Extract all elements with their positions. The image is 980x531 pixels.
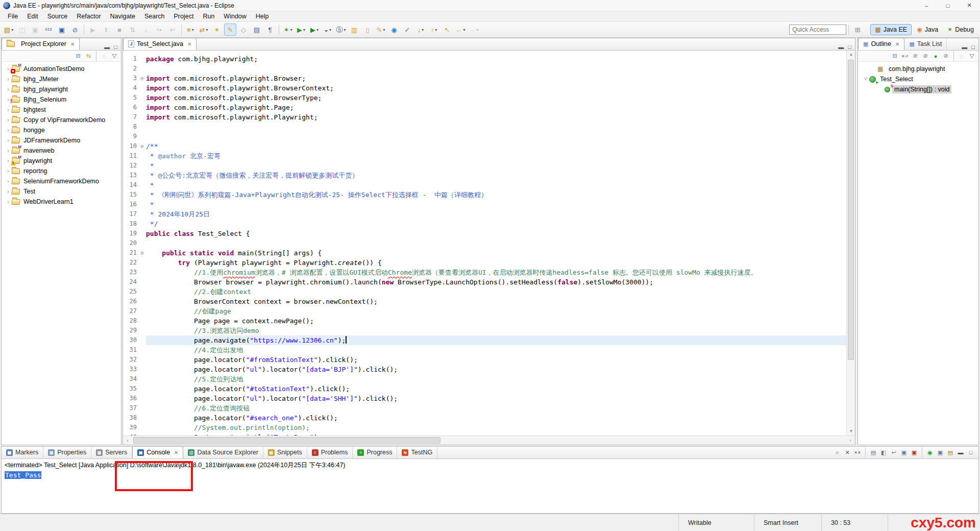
- scroll-down-icon[interactable]: ▼: [847, 427, 855, 436]
- run-button[interactable]: ▶▾: [295, 23, 307, 36]
- suspend-button[interactable]: ‖: [100, 23, 112, 36]
- expand-chevron-icon[interactable]: ›: [5, 86, 12, 93]
- horizontal-scrollbar[interactable]: ‹ ›: [123, 436, 855, 445]
- hide-local-types-button[interactable]: ⊘: [941, 52, 950, 61]
- expand-chevron-icon[interactable]: ›: [5, 178, 12, 185]
- outline-node-com-bjhg-playwright[interactable]: ▦com.bjhg.playwright: [858, 64, 978, 74]
- vertical-scroll-thumb[interactable]: [848, 60, 854, 360]
- minimize-view-button[interactable]: ▬: [956, 448, 965, 457]
- menu-navigate[interactable]: Navigate: [106, 12, 140, 21]
- minimize-view-icon[interactable]: ▬: [838, 44, 844, 50]
- maximize-view-button[interactable]: □: [966, 448, 975, 457]
- run-last-tool-button[interactable]: ≡▾: [184, 23, 197, 36]
- clear-console-button[interactable]: ▤: [869, 448, 878, 457]
- expand-chevron-icon[interactable]: ›: [5, 116, 12, 124]
- new-task-button[interactable]: ✶: [211, 23, 223, 36]
- step-into-button[interactable]: ↓: [140, 23, 152, 36]
- close-icon[interactable]: ✕: [174, 450, 178, 455]
- hide-fields-button[interactable]: ⊘: [911, 52, 920, 61]
- export-button[interactable]: ↑▾: [428, 23, 440, 36]
- expand-chevron-icon[interactable]: ›: [5, 188, 12, 195]
- tab-servers[interactable]: ▥Servers: [91, 446, 132, 458]
- run-configurations-button[interactable]: ▶▾: [308, 23, 321, 36]
- tab-snippets[interactable]: ▤Snippets: [263, 446, 307, 458]
- web-browser-button[interactable]: ◉: [388, 23, 400, 36]
- scroll-left-icon[interactable]: ‹: [123, 436, 132, 445]
- show-annotations-button[interactable]: ▤: [251, 23, 263, 36]
- close-icon[interactable]: ✕: [70, 41, 75, 47]
- terminate-button[interactable]: ■: [113, 23, 126, 36]
- tab-progress[interactable]: ≡Progress: [353, 446, 397, 458]
- menu-refactor[interactable]: Refactor: [72, 12, 105, 21]
- outline-node-test-select[interactable]: ˅Test_Select: [858, 74, 978, 84]
- step-return-button[interactable]: ↩: [166, 23, 179, 36]
- minimize-window-button[interactable]: –: [916, 0, 937, 11]
- code-area[interactable]: 1package com.bjhg.playwright;23⊖import c…: [123, 51, 855, 436]
- project-item-bjhg-selenium[interactable]: ›!Bjhg_Selenium: [2, 94, 121, 105]
- close-icon[interactable]: ✕: [895, 41, 899, 47]
- tab-data-source-explorer[interactable]: ◫Data Source Explorer: [183, 446, 263, 458]
- project-item-test[interactable]: ›Test: [2, 186, 121, 197]
- maximize-window-button[interactable]: □: [937, 0, 959, 11]
- remote-terminal-button[interactable]: ▣: [56, 23, 68, 36]
- expand-chevron-icon[interactable]: ›: [5, 137, 12, 144]
- minimize-view-icon[interactable]: ▬: [962, 44, 967, 50]
- tab-project-explorer[interactable]: Project Explorer ✕: [2, 38, 80, 50]
- tab-task-list[interactable]: ▦Task List: [904, 38, 947, 50]
- open-resource-button[interactable]: ▥: [348, 23, 360, 36]
- project-item-jdframeworkdemo[interactable]: ›JDFrameworkDemo: [2, 135, 121, 146]
- menu-edit[interactable]: Edit: [22, 12, 43, 21]
- pin-console-button[interactable]: ◉: [925, 448, 935, 457]
- maximize-view-icon[interactable]: □: [114, 44, 117, 50]
- project-item-seleniumframeworkdemo[interactable]: ›SeleniumFrameworkDemo: [2, 176, 121, 186]
- hide-static-button[interactable]: ⊘: [921, 52, 930, 61]
- open-perspective-button[interactable]: ⊞: [851, 23, 864, 36]
- debug-button[interactable]: ✶▾: [282, 23, 294, 36]
- terminate-console-button[interactable]: ■: [832, 448, 842, 457]
- menu-project[interactable]: Project: [169, 12, 199, 21]
- last-edit-location-button[interactable]: ↖: [441, 23, 453, 36]
- tab-markers[interactable]: ▦Markers: [2, 446, 43, 458]
- remove-launch-button[interactable]: ✕: [843, 448, 852, 457]
- project-item-bjhg-jmeter[interactable]: ›bjhg_JMeter: [2, 74, 121, 84]
- tab-testng[interactable]: NTestNG: [397, 446, 437, 458]
- maximize-view-icon[interactable]: □: [971, 44, 975, 50]
- menu-help[interactable]: Help: [251, 12, 274, 21]
- new-jar-button[interactable]: ◒▾: [322, 23, 334, 36]
- menu-run[interactable]: Run: [198, 12, 219, 21]
- project-item-webdriverlearn1[interactable]: ›WebDriverLearn1: [2, 197, 121, 207]
- save-button[interactable]: ◫: [16, 23, 28, 36]
- expand-chevron-icon[interactable]: ›: [5, 167, 12, 175]
- tab-outline[interactable]: ▦Outline✕: [858, 38, 904, 50]
- project-item-copy-of-vipframeworkdemo[interactable]: ›Copy of VipFrameworkDemo: [2, 115, 121, 125]
- menu-source[interactable]: Source: [43, 12, 72, 21]
- outline-node-main-string-void[interactable]: main(String[]) : void: [858, 84, 978, 94]
- link-with-editor-button[interactable]: ⇆: [84, 52, 93, 61]
- view-menu-button[interactable]: ▽: [967, 52, 976, 61]
- expand-chevron-icon[interactable]: ›: [5, 127, 12, 134]
- expand-chevron-icon[interactable]: ›: [5, 106, 12, 113]
- remove-all-terminated-button[interactable]: ✕✕: [853, 448, 862, 457]
- project-item-bjhg-playwright[interactable]: ›bjhg_playwright: [2, 84, 121, 94]
- mark-occurrences-button[interactable]: ✎: [224, 23, 236, 36]
- menu-search[interactable]: Search: [140, 12, 169, 21]
- menu-window[interactable]: Window: [219, 12, 251, 21]
- mark-pen-button[interactable]: ✎▾: [375, 23, 387, 36]
- quick-access-input[interactable]: [789, 25, 846, 35]
- save-all-button[interactable]: ▣: [29, 23, 41, 36]
- tab-console[interactable]: ▣Console✕: [132, 446, 183, 458]
- minimize-view-icon[interactable]: ▬: [104, 44, 110, 50]
- project-item-bjhgtest[interactable]: ›bjhgtest: [2, 105, 121, 115]
- show-on-stderr-button[interactable]: ▣: [910, 448, 919, 457]
- sort-az-button[interactable]: a↓z: [900, 52, 910, 61]
- disconnect-button[interactable]: ⇅: [127, 23, 139, 36]
- display-selected-console-button[interactable]: ▣: [936, 448, 945, 457]
- resume-button[interactable]: ▶: [87, 23, 99, 36]
- skip-all-breakpoints-button[interactable]: ⊘: [69, 23, 81, 36]
- scroll-lock-button[interactable]: ◧: [879, 448, 888, 457]
- project-item-automationtestdemo[interactable]: ›M✕AutomationTestDemo: [2, 64, 121, 74]
- menu-file[interactable]: File: [3, 12, 22, 21]
- project-item-hongge[interactable]: ›hongge: [2, 125, 121, 135]
- perspective-java[interactable]: ◉Java: [913, 25, 942, 35]
- maximize-view-icon[interactable]: □: [848, 44, 851, 50]
